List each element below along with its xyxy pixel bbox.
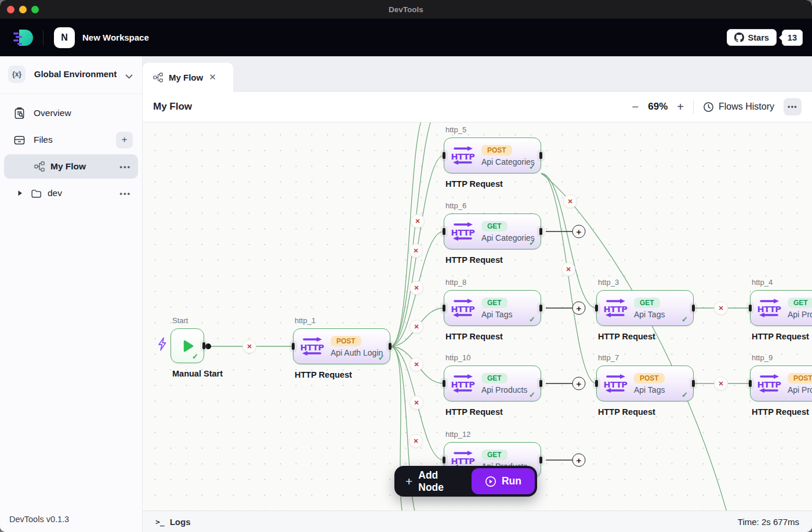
node-type-label: HTTP Request	[445, 332, 503, 341]
add-next-node-button[interactable]: +	[572, 454, 586, 467]
sidebar-item-overview[interactable]: Overview	[0, 100, 142, 126]
zoom-in-button[interactable]: +	[677, 101, 684, 113]
edge-error-icon[interactable]: ✕	[409, 244, 423, 258]
input-port[interactable]	[443, 152, 445, 159]
play-icon	[180, 338, 195, 354]
success-check-icon: ✓	[529, 390, 535, 399]
flow-node-http_6[interactable]: http_6 HTTP GET Api Categories ✓HTTP Req…	[444, 213, 541, 249]
http-icon: HTTP	[299, 336, 325, 356]
output-port[interactable]	[692, 305, 695, 312]
add-next-node-button[interactable]: +	[572, 302, 586, 315]
svg-text:HTTP: HTTP	[604, 380, 628, 389]
http-icon: HTTP	[450, 298, 476, 318]
tab-my-flow[interactable]: My Flow ✕	[143, 63, 233, 92]
add-file-button[interactable]: +	[116, 132, 133, 149]
input-port[interactable]	[595, 380, 598, 387]
edge-error-icon[interactable]: ✕	[409, 320, 423, 334]
node-id-label: http_6	[445, 201, 466, 210]
input-port[interactable]	[749, 380, 752, 387]
edge-error-icon[interactable]: ✕	[242, 339, 256, 353]
workspace-name: New Workspace	[82, 32, 149, 42]
flow-node-http_9[interactable]: http_9 HTTP POST Api Products ✓HTTP Requ…	[750, 365, 812, 401]
output-port[interactable]	[389, 343, 392, 350]
file-item-my-flow[interactable]: My Flow •••	[4, 154, 138, 179]
zoom-out-button[interactable]: −	[632, 101, 639, 113]
flow-node-Start[interactable]: Start✓Manual Start	[171, 328, 204, 363]
method-badge: GET	[481, 298, 507, 308]
node-name: Api Tags	[634, 385, 665, 395]
input-port[interactable]	[443, 305, 445, 312]
node-name: Api Products	[788, 310, 812, 319]
run-time: Time: 2s 677ms	[738, 517, 799, 527]
caret-right-icon[interactable]	[18, 190, 25, 196]
http-icon: HTTP	[603, 298, 628, 318]
edge-error-icon[interactable]: ✕	[714, 301, 728, 315]
folder-more-button[interactable]: •••	[119, 189, 131, 198]
flow-node-http_5[interactable]: http_5 HTTP POST Api Categories ✓HTTP Re…	[444, 137, 541, 173]
flow-node-http_7[interactable]: http_7 HTTP POST Api Tags ✓HTTP Request	[596, 365, 694, 401]
environment-label: Global Environment	[31, 67, 119, 82]
output-port[interactable]	[539, 305, 542, 312]
flow-node-http_4[interactable]: http_4 HTTP GET Api Products ✓HTTP Reque…	[750, 290, 812, 326]
flow-canvas[interactable]: + Add Node Run Start✓Manual Starthttp_1 …	[143, 122, 812, 511]
tab-close-icon[interactable]: ✕	[209, 72, 216, 82]
run-button[interactable]: Run	[472, 468, 535, 494]
success-check-icon: ✓	[682, 390, 688, 399]
input-port[interactable]	[443, 457, 445, 464]
node-type-label: Manual Start	[172, 369, 223, 378]
edge-error-icon[interactable]: ✕	[409, 357, 423, 371]
flow-icon	[153, 73, 163, 82]
flow-node-http_8[interactable]: http_8 HTTP GET Api Tags ✓HTTP Request	[444, 290, 541, 326]
more-options-button[interactable]: •••	[784, 98, 802, 115]
logs-toggle[interactable]: >_ Logs	[155, 517, 191, 527]
add-node-label: Add Node	[418, 469, 465, 494]
clock-icon	[703, 102, 714, 113]
method-badge: GET	[634, 298, 660, 308]
input-port[interactable]	[443, 228, 445, 235]
edge-error-icon[interactable]: ✕	[409, 434, 423, 448]
github-stars-label: Stars	[748, 33, 769, 42]
zoom-level: 69%	[648, 101, 668, 113]
input-port[interactable]	[749, 305, 752, 312]
flow-node-http_3[interactable]: http_3 HTTP GET Api Tags ✓HTTP Request	[596, 290, 694, 326]
output-port[interactable]	[202, 342, 205, 349]
output-port[interactable]	[539, 457, 542, 464]
workspace-avatar[interactable]: N	[54, 27, 75, 48]
flows-history-button[interactable]: Flows History	[703, 102, 774, 113]
output-port[interactable]	[539, 152, 542, 159]
sidebar-item-files[interactable]: Files +	[0, 126, 142, 153]
add-next-node-button[interactable]: +	[572, 225, 586, 238]
edge-error-icon[interactable]: ✕	[409, 396, 423, 410]
edge-error-icon[interactable]: ✕	[561, 262, 575, 276]
node-type-label: HTTP Request	[752, 407, 809, 417]
edge-error-icon[interactable]: ✕	[714, 377, 728, 390]
add-next-node-button[interactable]: +	[572, 377, 586, 390]
plus-icon: +	[405, 475, 412, 488]
output-port[interactable]	[692, 380, 695, 387]
folder-item-dev[interactable]: dev •••	[4, 181, 138, 205]
node-type-label: HTTP Request	[598, 332, 655, 341]
success-check-icon: ✓	[529, 238, 535, 247]
input-port[interactable]	[292, 343, 295, 350]
edge-error-icon[interactable]: ✕	[563, 194, 577, 208]
input-port[interactable]	[443, 380, 445, 387]
node-type-label: HTTP Request	[445, 255, 503, 265]
output-port[interactable]	[539, 380, 542, 387]
edge-error-icon[interactable]: ✕	[409, 281, 423, 295]
node-type-label: HTTP Request	[445, 407, 503, 417]
svg-text:HTTP: HTTP	[300, 343, 325, 352]
environment-selector[interactable]: {x} Global Environment	[0, 56, 142, 90]
flow-node-http_10[interactable]: http_10 HTTP GET Api Products ✓HTTP Requ…	[444, 365, 541, 401]
add-node-button[interactable]: + Add Node	[405, 469, 465, 494]
github-stars-button[interactable]: Stars	[727, 29, 777, 46]
input-port[interactable]	[595, 305, 598, 312]
http-icon: HTTP	[756, 374, 782, 393]
success-check-icon: ✓	[529, 162, 535, 171]
flow-node-http_1[interactable]: http_1 HTTP POST Api Auth Login ✓HTTP Re…	[293, 328, 390, 364]
svg-text:HTTP: HTTP	[451, 380, 476, 389]
edge-error-icon[interactable]: ✕	[411, 214, 425, 228]
output-port[interactable]	[539, 228, 542, 235]
success-check-icon: ✓	[529, 315, 535, 324]
node-type-label: HTTP Request	[445, 179, 503, 189]
file-more-button[interactable]: •••	[119, 162, 131, 171]
